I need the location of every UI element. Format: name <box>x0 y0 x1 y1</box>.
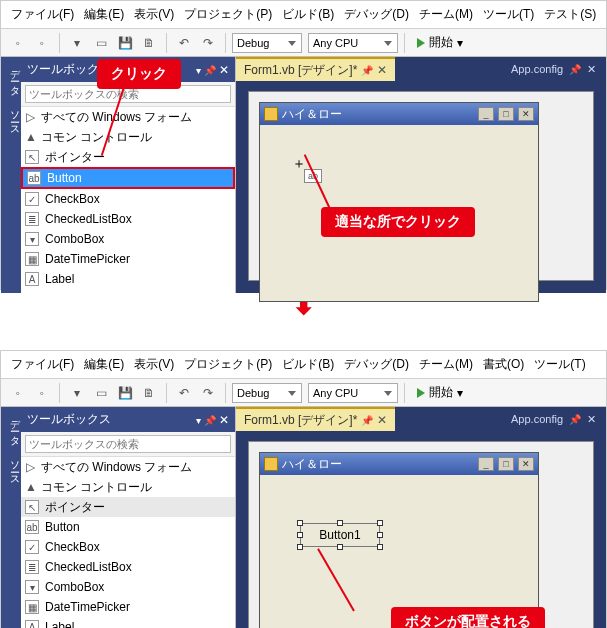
new-item-button[interactable]: ▾ <box>66 382 88 404</box>
close-icon[interactable]: ✕ <box>219 63 229 77</box>
toolbox-item-checkedlistbox[interactable]: ≣CheckedListBox <box>21 209 235 229</box>
toolbox-item-combobox[interactable]: ▾ComboBox <box>21 229 235 249</box>
undo-button[interactable]: ↶ <box>173 382 195 404</box>
menu-debug[interactable]: デバッグ(D) <box>340 4 413 25</box>
platform-dropdown[interactable]: Any CPU <box>308 383 398 403</box>
doc-tab-active[interactable]: Form1.vb [デザイン]* 📌 ✕ <box>236 57 395 81</box>
save-all-button[interactable]: 🗎 <box>138 382 160 404</box>
menu-tools[interactable]: ツール(T) <box>530 354 589 375</box>
toolbox-item-checkbox[interactable]: ✓CheckBox <box>21 189 235 209</box>
designer-area: Form1.vb [デザイン]* 📌 ✕ App.config 📌 ✕ ハイ＆ロ… <box>236 57 606 293</box>
datasource-side-tab[interactable]: データ ソース <box>1 57 21 293</box>
toolbox-item-label[interactable]: ALabel <box>21 617 235 628</box>
platform-dropdown[interactable]: Any CPU <box>308 33 398 53</box>
group-all-windows-forms[interactable]: ▷すべての Windows フォーム <box>21 457 235 477</box>
resize-handle[interactable] <box>297 520 303 526</box>
resize-handle[interactable] <box>297 532 303 538</box>
menu-test[interactable]: テスト(S) <box>540 4 600 25</box>
close-tab-icon[interactable]: ✕ <box>587 63 596 76</box>
toolbox-item-combobox[interactable]: ▾ComboBox <box>21 577 235 597</box>
toolbox-search-input[interactable] <box>25 435 231 453</box>
placed-button[interactable]: Button1 <box>300 523 380 547</box>
open-button[interactable]: ▭ <box>90 32 112 54</box>
menu-edit[interactable]: 編集(E) <box>80 4 128 25</box>
toolbox-item-datetimepicker[interactable]: ▦DateTimePicker <box>21 249 235 269</box>
resize-handle[interactable] <box>377 544 383 550</box>
close-tab-icon[interactable]: ✕ <box>377 413 387 427</box>
pin-icon[interactable]: ▾ 📌 <box>196 415 216 426</box>
resize-handle[interactable] <box>297 544 303 550</box>
group-common-controls[interactable]: ▲コモン コントロール <box>21 477 235 497</box>
undo-button[interactable]: ↶ <box>173 32 195 54</box>
resize-handle[interactable] <box>377 532 383 538</box>
form-window[interactable]: ハイ＆ロー _ □ ✕ Button1 <box>259 452 539 628</box>
menu-tools[interactable]: ツール(T) <box>479 4 538 25</box>
group-label: すべての Windows フォーム <box>41 459 192 476</box>
redo-button[interactable]: ↷ <box>197 382 219 404</box>
nav-back-button[interactable]: ◦ <box>7 32 29 54</box>
design-canvas[interactable]: ハイ＆ロー _ □ ✕ Button1 <box>248 441 594 628</box>
menu-project[interactable]: プロジェクト(P) <box>180 354 276 375</box>
toolbox-item-pointer[interactable]: ↖ポインター <box>21 497 235 517</box>
nav-fwd-button[interactable]: ◦ <box>31 32 53 54</box>
menu-edit[interactable]: 編集(E) <box>80 354 128 375</box>
menu-build[interactable]: ビルド(B) <box>278 354 338 375</box>
save-all-button[interactable]: 🗎 <box>138 32 160 54</box>
menu-view[interactable]: 表示(V) <box>130 4 178 25</box>
menu-project[interactable]: プロジェクト(P) <box>180 4 276 25</box>
open-button[interactable]: ▭ <box>90 382 112 404</box>
doc-tab-active[interactable]: Form1.vb [デザイン]* 📌 ✕ <box>236 407 395 431</box>
menu-view[interactable]: 表示(V) <box>130 354 178 375</box>
doc-tab-inactive[interactable]: App.config 📌 ✕ <box>501 407 606 431</box>
doc-tab-inactive[interactable]: App.config 📌 ✕ <box>501 57 606 81</box>
maximize-button[interactable]: □ <box>498 107 514 121</box>
menu-build[interactable]: ビルド(B) <box>278 4 338 25</box>
save-button[interactable]: 💾 <box>114 382 136 404</box>
close-tab-icon[interactable]: ✕ <box>587 413 596 426</box>
window-close-button[interactable]: ✕ <box>518 107 534 121</box>
form-window[interactable]: ハイ＆ロー _ □ ✕ ＋ ab <box>259 102 539 302</box>
resize-handle[interactable] <box>337 544 343 550</box>
design-canvas[interactable]: ハイ＆ロー _ □ ✕ ＋ ab <box>248 91 594 281</box>
config-dropdown[interactable]: Debug <box>232 383 302 403</box>
toolbox-item-label: CheckedListBox <box>45 560 132 574</box>
config-dropdown[interactable]: Debug <box>232 33 302 53</box>
form-icon <box>264 107 278 121</box>
menu-file[interactable]: ファイル(F) <box>7 354 78 375</box>
nav-back-button[interactable]: ◦ <box>7 382 29 404</box>
toolbox-item-pointer[interactable]: ↖ポインター <box>21 147 235 167</box>
start-debug-button[interactable]: 開始▾ <box>411 32 469 54</box>
maximize-button[interactable]: □ <box>498 457 514 471</box>
pin-icon[interactable]: ▾ 📌 <box>196 65 216 76</box>
save-button[interactable]: 💾 <box>114 32 136 54</box>
menu-team[interactable]: チーム(M) <box>415 4 477 25</box>
pin-icon[interactable]: 📌 <box>361 65 373 76</box>
resize-handle[interactable] <box>377 520 383 526</box>
toolbox-item-datetimepicker[interactable]: ▦DateTimePicker <box>21 597 235 617</box>
menu-format[interactable]: 書式(O) <box>479 354 528 375</box>
close-icon[interactable]: ✕ <box>219 413 229 427</box>
window-close-button[interactable]: ✕ <box>518 457 534 471</box>
start-debug-button[interactable]: 開始▾ <box>411 382 469 404</box>
toolbox-item-button[interactable]: abButton <box>21 167 235 189</box>
toolbar: ◦ ◦ ▾ ▭ 💾 🗎 ↶ ↷ Debug Any CPU 開始▾ <box>1 29 606 57</box>
nav-fwd-button[interactable]: ◦ <box>31 382 53 404</box>
redo-button[interactable]: ↷ <box>197 32 219 54</box>
close-tab-icon[interactable]: ✕ <box>377 63 387 77</box>
minimize-button[interactable]: _ <box>478 107 494 121</box>
toolbox-item-label[interactable]: ALabel <box>21 269 235 289</box>
pin-icon[interactable]: 📌 <box>361 415 373 426</box>
group-common-controls[interactable]: ▲コモン コントロール <box>21 127 235 147</box>
new-item-button[interactable]: ▾ <box>66 32 88 54</box>
toolbox-item-checkbox[interactable]: ✓CheckBox <box>21 537 235 557</box>
menu-debug[interactable]: デバッグ(D) <box>340 354 413 375</box>
datasource-side-tab[interactable]: データ ソース <box>1 407 21 628</box>
toolbox-item-checkedlistbox[interactable]: ≣CheckedListBox <box>21 557 235 577</box>
menu-team[interactable]: チーム(M) <box>415 354 477 375</box>
minimize-button[interactable]: _ <box>478 457 494 471</box>
group-all-windows-forms[interactable]: ▷すべての Windows フォーム <box>21 107 235 127</box>
menu-file[interactable]: ファイル(F) <box>7 4 78 25</box>
resize-handle[interactable] <box>337 520 343 526</box>
toolbox-item-button[interactable]: abButton <box>21 517 235 537</box>
datetimepicker-icon: ▦ <box>25 252 39 266</box>
